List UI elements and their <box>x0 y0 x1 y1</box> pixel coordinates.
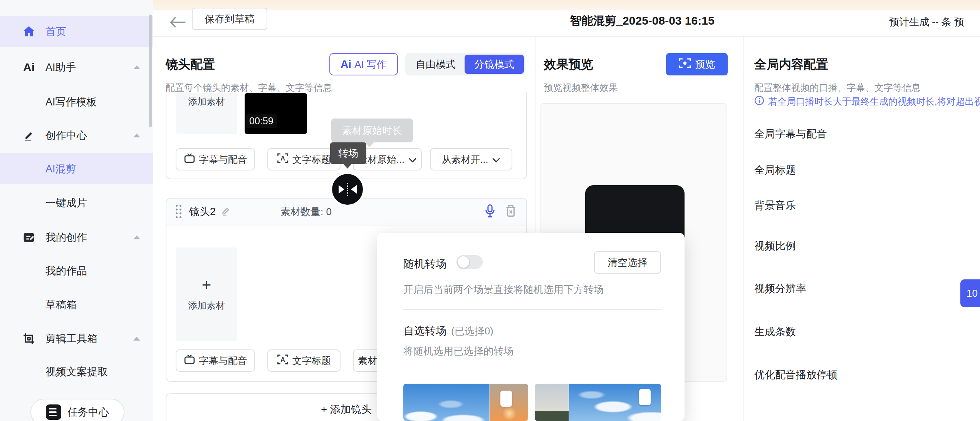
back-arrow-icon[interactable] <box>169 16 186 30</box>
task-center-label: 任务中心 <box>67 405 109 419</box>
shot2-add-material-box[interactable]: + 添加素材 <box>176 247 237 341</box>
custom-transition-label: 自选转场 <box>403 324 446 338</box>
duration-tooltip-label: 素材原始时长 <box>342 124 402 137</box>
resolution-chip[interactable]: 10 <box>960 279 980 307</box>
global-item-aspect-ratio[interactable]: 视频比例 <box>754 239 796 253</box>
ai-writing-button[interactable]: Ai AI 写作 <box>329 53 398 75</box>
delete-icon[interactable] <box>505 204 517 219</box>
clear-selection-label: 清空选择 <box>607 256 648 269</box>
transition-thumbnail-2[interactable] <box>535 384 661 421</box>
text-title-label: 文字标题 <box>292 153 331 166</box>
sidebar-item-video-script-extract[interactable]: 视频文案提取 <box>0 362 153 381</box>
transition-icon-divider <box>347 183 348 196</box>
edit-pencil-icon[interactable] <box>221 206 231 217</box>
mode-switch: 自由模式 分镜模式 <box>405 53 525 75</box>
sidebar-item-home[interactable]: 首页 <box>0 16 153 47</box>
random-transition-label: 随机转场 <box>403 257 446 271</box>
sidebar-item-label: 首页 <box>45 25 66 38</box>
mode-free-label: 自由模式 <box>416 58 456 71</box>
divider-preview-global <box>743 36 744 421</box>
preview-button[interactable]: 预览 <box>666 53 728 75</box>
sidebar: 首页 Ai AI助手 AI写作模板 创作中心 AI混剪 一键成片 <box>0 0 153 421</box>
transition-tooltip: 转场 <box>330 142 366 164</box>
sidebar-item-one-click-video[interactable]: 一键成片 <box>0 193 153 212</box>
chevron-up-icon <box>133 65 140 69</box>
sidebar-scrollbar[interactable] <box>149 15 152 127</box>
transition-thumbnail-1[interactable] <box>403 384 528 421</box>
sidebar-item-edit-toolbox[interactable]: 剪辑工具箱 <box>0 329 153 348</box>
custom-transition-row: 自选转场 (已选择0) <box>403 324 493 338</box>
top-banner <box>153 0 980 10</box>
video-duration-badge: 00:59 <box>246 114 277 128</box>
shot2-material-count: 素材数量: 0 <box>280 205 332 219</box>
text-title-button[interactable]: A 文字标题 <box>267 148 341 170</box>
material-start-value: 从素材开... <box>442 153 488 166</box>
clear-selection-button[interactable]: 清空选择 <box>594 251 661 274</box>
global-item-subtitle-voice[interactable]: 全局字幕与配音 <box>754 127 827 141</box>
transition-popup: 随机转场 清空选择 开启后当前两个场景直接将随机选用下方转场 自选转场 (已选择… <box>377 233 685 421</box>
notice-text: 若全局口播时长大于最终生成的视频时长,将对超出视 <box>768 95 980 108</box>
sidebar-item-my-creations[interactable]: 我的创作 <box>0 228 153 247</box>
random-transition-desc: 开启后当前两个场景直接将随机选用下方转场 <box>403 283 604 296</box>
drag-handle[interactable] <box>176 205 182 219</box>
global-item-resolution[interactable]: 视频分辨率 <box>754 282 806 296</box>
chevron-up-icon <box>133 337 140 341</box>
sidebar-item-label: 剪辑工具箱 <box>45 332 97 346</box>
plus-icon: + <box>202 277 211 293</box>
mode-storyboard-tab[interactable]: 分镜模式 <box>465 55 524 74</box>
transition-button[interactable] <box>332 174 363 205</box>
global-item-voice-pause[interactable]: 优化配音播放停顿 <box>754 368 837 382</box>
text-title-button[interactable]: A 文字标题 <box>267 349 341 372</box>
sidebar-item-ai-writing-template[interactable]: AI写作模板 <box>0 92 153 112</box>
microphone-icon[interactable] <box>484 204 496 219</box>
tooltip-arrow <box>365 142 374 147</box>
transition-checkbox[interactable] <box>639 389 651 405</box>
mode-free-tab[interactable]: 自由模式 <box>407 55 465 74</box>
sidebar-item-my-works[interactable]: 我的作品 <box>0 261 153 281</box>
custom-transition-desc: 将随机选用已选择的转场 <box>403 344 513 358</box>
document-edit-icon <box>22 232 36 243</box>
ai-logo-icon: Ai <box>341 58 351 70</box>
preview-panel-title: 效果预览 <box>544 56 593 73</box>
transition-icon <box>351 185 357 194</box>
tooltip-arrow <box>343 164 352 169</box>
global-item-title[interactable]: 全局标题 <box>754 163 796 177</box>
project-title: 智能混剪_2025-08-03 16:15 <box>552 13 733 29</box>
sidebar-item-ai-mixcut[interactable]: AI混剪 <box>0 153 153 184</box>
crop-tool-icon <box>22 333 36 344</box>
random-transition-toggle[interactable] <box>456 255 483 269</box>
transition-checkbox[interactable] <box>500 391 512 407</box>
chevron-down-icon <box>408 154 417 165</box>
add-material-label: 添加素材 <box>188 95 225 108</box>
task-list-icon <box>46 404 61 420</box>
tv-icon <box>184 153 195 166</box>
save-to-draft-button[interactable]: 保存到草稿 <box>192 8 267 30</box>
bracket-a-icon: A <box>277 153 289 166</box>
sidebar-item-drafts[interactable]: 草稿箱 <box>0 295 153 314</box>
svg-text:A: A <box>280 356 285 363</box>
shot2-header-actions <box>484 204 517 219</box>
sidebar-item-label: AI混剪 <box>45 162 76 176</box>
preview-panel-subtitle: 预览视频整体效果 <box>544 82 618 94</box>
save-to-draft-label: 保存到草稿 <box>205 12 255 26</box>
sidebar-item-label: 一键成片 <box>45 196 87 210</box>
task-center-button[interactable]: 任务中心 <box>30 399 124 421</box>
global-item-bgm[interactable]: 背景音乐 <box>754 199 796 212</box>
material-start-dropdown[interactable]: 从素材开... <box>430 148 512 170</box>
sidebar-item-creation-center[interactable]: 创作中心 <box>0 126 153 145</box>
global-item-generate-count[interactable]: 生成条数 <box>754 325 796 339</box>
text-title-label: 文字标题 <box>292 354 331 367</box>
shot1-video-thumbnail[interactable]: 00:59 <box>245 93 307 134</box>
subtitle-voice-button[interactable]: 字幕与配音 <box>176 148 255 170</box>
transition-icon <box>339 185 344 194</box>
resolution-chip-label: 10 <box>967 287 978 299</box>
add-shot-label: + 添加镜头 <box>321 403 371 421</box>
sidebar-item-label: AI助手 <box>45 60 76 74</box>
sidebar-item-label: 视频文案提取 <box>45 365 108 379</box>
subtitle-voice-button[interactable]: 字幕与配音 <box>176 349 255 372</box>
sidebar-item-label: 创作中心 <box>45 129 87 142</box>
global-panel-subtitle: 配置整体视频的口播、字幕、文字等信息 <box>754 82 921 94</box>
sidebar-item-ai-assistant[interactable]: Ai AI助手 <box>0 58 153 77</box>
shot1-add-material-box[interactable]: 添加素材 <box>176 93 237 134</box>
estimate-text: 预计生成 -- 条 预 <box>889 15 964 29</box>
